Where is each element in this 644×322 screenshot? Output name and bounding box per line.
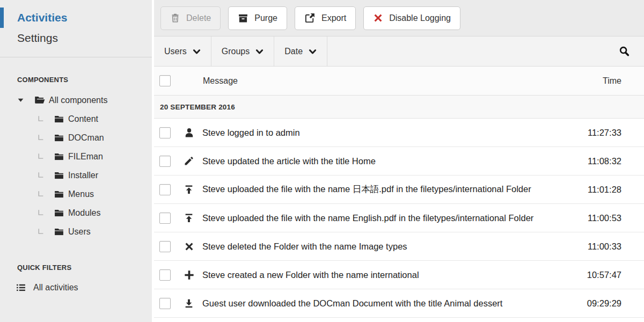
list-icon — [16, 282, 26, 293]
date-group-label: 20 SEPTEMBER 2016 — [160, 103, 235, 111]
disable-logging-button[interactable]: Disable Logging — [363, 6, 460, 30]
x-icon — [182, 241, 195, 252]
row-checkbox[interactable] — [159, 213, 171, 224]
activity-time: 10:57:47 — [587, 270, 621, 280]
plus-icon — [182, 269, 195, 281]
folder-icon — [53, 170, 64, 181]
export-button-label: Export — [321, 13, 346, 23]
tree-item-users[interactable]: Users — [0, 222, 152, 241]
date-filter-dropdown[interactable]: Date — [274, 36, 327, 66]
tree-item-installer[interactable]: Installer — [0, 166, 152, 185]
folder-open-icon — [34, 94, 45, 106]
folder-icon — [53, 189, 64, 200]
export-icon — [304, 12, 316, 24]
folder-icon — [53, 226, 64, 237]
tree-item-label: Menus — [68, 189, 94, 199]
folder-icon — [53, 114, 64, 125]
sidebar-item-activities[interactable]: Activities — [0, 8, 152, 28]
table-row: Steve deleted the Folder with the name I… — [154, 232, 644, 261]
search-button[interactable] — [616, 43, 633, 60]
sidebar-menu: Activities Settings — [0, 0, 152, 57]
tree-branch-icon — [37, 134, 44, 141]
quick-filters-heading: QUICK FILTERS — [0, 264, 152, 272]
table-header: Message Time — [154, 67, 644, 96]
upload-icon — [182, 213, 195, 224]
activity-message: Steve updated the article with the title… — [202, 156, 376, 166]
tree-item-docman[interactable]: DOCman — [0, 128, 152, 147]
row-checkbox[interactable] — [159, 127, 171, 138]
activity-message: Steve deleted the Folder with the name I… — [202, 241, 407, 252]
tree-branch-icon — [37, 191, 44, 197]
chevron-down-icon — [193, 48, 201, 56]
tree-branch-icon — [37, 153, 44, 160]
tree-branch-icon — [37, 209, 44, 216]
groups-filter-label: Groups — [222, 47, 250, 56]
activity-message: Steve logged in to admin — [202, 128, 300, 138]
folder-icon — [53, 208, 64, 218]
tree-item-content[interactable]: Content — [0, 109, 152, 128]
activity-time: 09:29:29 — [587, 298, 621, 309]
sidebar: Activities Settings COMPONENTS All compo… — [0, 0, 152, 322]
activity-time: 11:00:33 — [588, 241, 621, 252]
table-row: Steve created a new Folder with the name… — [154, 261, 644, 289]
activity-time: 11:27:33 — [588, 128, 621, 138]
activity-time: 11:01:28 — [588, 185, 621, 195]
chevron-down-icon — [255, 48, 264, 56]
archive-icon — [238, 13, 248, 24]
delete-button[interactable]: Delete — [160, 6, 221, 30]
purge-button[interactable]: Purge — [228, 6, 287, 30]
tree-item-label: Installer — [68, 171, 98, 180]
user-icon — [182, 127, 195, 138]
export-button[interactable]: Export — [295, 6, 356, 30]
table-row: Steve updated the article with the title… — [154, 147, 644, 175]
row-checkbox[interactable] — [159, 241, 171, 252]
activity-message: Steve created a new Folder with the name… — [202, 270, 419, 280]
date-group-header: 20 SEPTEMBER 2016 — [154, 96, 644, 119]
tree-item-modules[interactable]: Modules — [0, 203, 152, 222]
tree-item-fileman[interactable]: FILEman — [0, 147, 152, 166]
main-panel: Delete Purge Export Disable Logging User… — [154, 0, 644, 322]
users-filter-label: Users — [164, 47, 187, 56]
search-icon — [618, 45, 631, 57]
filter-bar: Users Groups Date — [154, 36, 644, 67]
activity-message: Steve uploaded the file with the name En… — [202, 213, 533, 223]
tree-branch-icon — [37, 228, 44, 235]
purge-button-label: Purge — [254, 13, 277, 23]
tree-item-label: All components — [49, 96, 107, 105]
row-checkbox[interactable] — [159, 156, 171, 167]
tree-item-menus[interactable]: Menus — [0, 185, 152, 203]
tree-item-label: Users — [68, 227, 91, 237]
row-checkbox[interactable] — [159, 298, 171, 309]
table-row: Steve uploaded the file with the name 日本… — [154, 175, 644, 204]
tree-branch-icon — [37, 172, 44, 179]
folder-icon — [53, 151, 64, 162]
components-section: COMPONENTS All componentsContentDOCmanFI… — [0, 76, 152, 241]
tree-item-label: FILEman — [68, 152, 103, 162]
users-filter-dropdown[interactable]: Users — [154, 36, 211, 66]
quick-filter-all-activities[interactable]: All activities — [0, 282, 152, 293]
activity-message: Steve uploaded the file with the name 日本… — [202, 184, 531, 195]
pencil-icon — [182, 156, 195, 166]
chevron-down-icon — [309, 48, 317, 56]
upload-icon — [182, 184, 195, 195]
date-filter-label: Date — [284, 47, 303, 56]
table-row: Guest user downloaded the DOCman Documen… — [154, 289, 644, 318]
groups-filter-dropdown[interactable]: Groups — [211, 36, 274, 66]
x-icon — [373, 13, 383, 23]
activity-time: 11:00:53 — [588, 213, 621, 223]
components-tree: All componentsContentDOCmanFILEmanInstal… — [0, 91, 152, 241]
select-all-checkbox[interactable] — [159, 75, 171, 86]
tree-branch-icon — [37, 115, 44, 122]
table-row: Steve uploaded the file with the name En… — [154, 204, 644, 232]
tree-item-all-components[interactable]: All components — [0, 91, 152, 109]
components-heading: COMPONENTS — [0, 76, 152, 84]
row-checkbox[interactable] — [159, 184, 171, 195]
sidebar-item-settings[interactable]: Settings — [0, 28, 152, 48]
message-column-header: Message — [203, 76, 238, 86]
row-checkbox[interactable] — [159, 269, 171, 281]
tree-item-label: Content — [68, 114, 98, 124]
toolbar: Delete Purge Export Disable Logging — [154, 0, 644, 36]
tree-item-label: DOCman — [68, 133, 104, 143]
table-row: Steve logged in to admin11:27:33 — [154, 119, 644, 147]
activity-time: 11:08:32 — [588, 156, 621, 166]
